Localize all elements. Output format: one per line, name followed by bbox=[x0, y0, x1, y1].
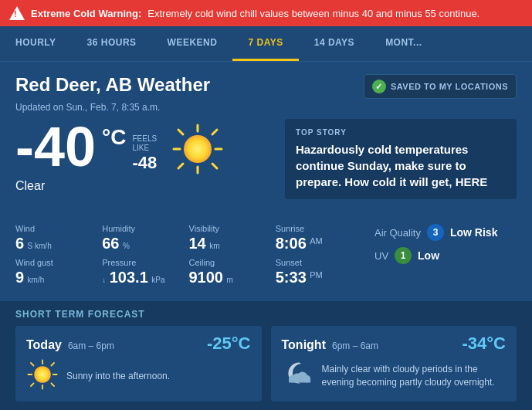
details-grid: Wind 6 S km/h Humidity 66 % Visibility 1… bbox=[15, 221, 362, 289]
temp-row: -40 °C FEELS LIKE -48 bbox=[15, 119, 273, 176]
forecast-tonight: Tonight 6pm – 6am -34°C bbox=[271, 326, 517, 402]
pressure-detail: Pressure ↓ 103.1 kPa bbox=[102, 255, 188, 289]
tonight-temp: -34°C bbox=[463, 334, 506, 354]
svg-rect-22 bbox=[289, 378, 310, 383]
tab-monthly[interactable]: MONT... bbox=[370, 26, 438, 61]
feels-like-label2: LIKE bbox=[132, 144, 157, 153]
tonight-icon bbox=[282, 358, 314, 394]
uv-row: UV 1 Low bbox=[374, 247, 517, 264]
visibility-label: Visibility bbox=[189, 224, 269, 233]
updated-text: Updated on Sun., Feb. 7, 8:35 a.m. bbox=[15, 102, 517, 113]
today-body: Sunny into the afternoon. bbox=[26, 358, 251, 394]
aq-badge: 3 bbox=[427, 224, 444, 241]
weather-main-row: -40 °C FEELS LIKE -48 bbox=[15, 119, 517, 199]
sunset-value: 5:33 PM bbox=[276, 269, 356, 286]
svg-line-15 bbox=[51, 363, 54, 366]
saved-check-icon: ✓ bbox=[372, 80, 386, 93]
forecast-cards: Today 6am – 6pm -25°C bbox=[15, 326, 517, 402]
ceiling-value: 9100 m bbox=[189, 269, 269, 286]
svg-line-14 bbox=[51, 383, 54, 386]
tonight-body: Mainly clear with cloudy periods in the … bbox=[282, 358, 507, 394]
sunrise-value: 8:06 AM bbox=[276, 235, 356, 252]
details-section: Wind 6 S km/h Humidity 66 % Visibility 1… bbox=[0, 218, 532, 301]
main-content: Red Deer, AB Weather ✓ SAVED TO MY LOCAT… bbox=[0, 62, 532, 218]
today-temp: -25°C bbox=[207, 334, 250, 354]
sunrise-label: Sunrise bbox=[276, 224, 356, 233]
svg-line-7 bbox=[178, 164, 183, 168]
temp-unit: °C bbox=[102, 125, 126, 150]
humidity-detail: Humidity 66 % bbox=[102, 221, 188, 255]
warning-banner: Extreme Cold Warning: Extremely cold win… bbox=[0, 0, 532, 26]
uv-label: UV bbox=[374, 250, 388, 262]
forecast-today: Today 6am – 6pm -25°C bbox=[15, 326, 262, 402]
svg-line-13 bbox=[31, 363, 34, 366]
today-desc: Sunny into the afternoon. bbox=[66, 370, 251, 383]
top-story-label: TOP STORY bbox=[296, 128, 506, 137]
tonight-moon-icon bbox=[282, 358, 314, 391]
today-sun-icon bbox=[26, 358, 59, 391]
sunset-label: Sunset bbox=[276, 258, 356, 267]
today-period: Today bbox=[26, 338, 62, 352]
svg-line-16 bbox=[31, 383, 34, 386]
uv-value: Low bbox=[418, 249, 439, 262]
warning-message: Extremely cold wind chill values between… bbox=[147, 8, 479, 19]
wind-detail: Wind 6 S km/h bbox=[15, 221, 102, 255]
tonight-desc: Mainly clear with cloudy periods in the … bbox=[322, 363, 507, 389]
tab-hourly[interactable]: HOURLY bbox=[0, 26, 72, 61]
warning-icon bbox=[9, 6, 25, 20]
tonight-period: Tonight bbox=[282, 338, 326, 352]
tonight-time: 6pm – 6am bbox=[332, 341, 378, 351]
warning-title: Extreme Cold Warning: bbox=[31, 8, 141, 19]
wind-label: Wind bbox=[15, 224, 96, 233]
tab-7days[interactable]: 7 DAYS bbox=[232, 26, 298, 61]
humidity-value: 66 % bbox=[102, 235, 182, 252]
ceiling-detail: Ceiling 9100 m bbox=[189, 255, 276, 289]
top-story-text: Hazardously cold temperatures continue S… bbox=[296, 141, 506, 190]
wind-value: 6 S km/h bbox=[15, 235, 96, 252]
tonight-header: Tonight 6pm – 6am -34°C bbox=[282, 334, 507, 354]
weather-left: -40 °C FEELS LIKE -48 bbox=[15, 119, 273, 199]
air-quality-section: Air Quality 3 Low Risk UV 1 Low bbox=[362, 221, 517, 292]
forecast-header: SHORT TERM FORECAST bbox=[15, 309, 517, 320]
pressure-value: ↓ 103.1 kPa bbox=[102, 269, 182, 286]
city-title: Red Deer, AB Weather bbox=[15, 74, 210, 96]
aq-value: Low Risk bbox=[450, 226, 497, 239]
svg-line-4 bbox=[178, 130, 183, 134]
saved-label: SAVED TO MY LOCATIONS bbox=[391, 82, 508, 91]
today-icon bbox=[26, 358, 59, 394]
tab-14days[interactable]: 14 DAYS bbox=[299, 26, 370, 61]
condition-text: Clear bbox=[15, 179, 273, 193]
forecast-section: SHORT TERM FORECAST Today 6am – 6pm -25°… bbox=[0, 301, 532, 409]
wind-gust-detail: Wind gust 9 km/h bbox=[15, 255, 102, 289]
feels-like-label: FEELS bbox=[132, 134, 157, 144]
svg-line-5 bbox=[212, 164, 217, 168]
feels-like-temp: -48 bbox=[132, 153, 157, 173]
tab-weekend[interactable]: WEEKEND bbox=[152, 26, 233, 61]
uv-badge: 1 bbox=[395, 247, 412, 264]
svg-line-6 bbox=[212, 130, 217, 134]
humidity-label: Humidity bbox=[102, 224, 182, 233]
saved-badge[interactable]: ✓ SAVED TO MY LOCATIONS bbox=[364, 74, 517, 99]
top-story[interactable]: TOP STORY Hazardously cold temperatures … bbox=[285, 119, 517, 199]
details-left: Wind 6 S km/h Humidity 66 % Visibility 1… bbox=[15, 221, 362, 292]
tab-36hours[interactable]: 36 HOURS bbox=[72, 26, 152, 61]
svg-point-17 bbox=[34, 366, 51, 383]
svg-point-8 bbox=[184, 135, 212, 163]
ceiling-label: Ceiling bbox=[189, 258, 269, 267]
feels-like-block: FEELS LIKE -48 bbox=[132, 134, 157, 173]
nav-tabs: HOURLY 36 HOURS WEEKEND 7 DAYS 14 DAYS M… bbox=[0, 26, 532, 62]
wind-gust-label: Wind gust bbox=[15, 258, 96, 267]
visibility-detail: Visibility 14 km bbox=[189, 221, 276, 255]
visibility-value: 14 km bbox=[189, 235, 269, 252]
today-header: Today 6am – 6pm -25°C bbox=[26, 334, 251, 354]
aq-label: Air Quality bbox=[374, 227, 421, 239]
sun-icon bbox=[171, 122, 225, 176]
header-row: Red Deer, AB Weather ✓ SAVED TO MY LOCAT… bbox=[15, 74, 517, 99]
wind-gust-value: 9 km/h bbox=[15, 269, 96, 286]
pressure-label: Pressure bbox=[102, 258, 182, 267]
current-temp: -40 bbox=[15, 119, 96, 175]
aq-row: Air Quality 3 Low Risk bbox=[374, 224, 517, 241]
sunrise-detail: Sunrise 8:06 AM bbox=[276, 221, 362, 255]
sunset-detail: Sunset 5:33 PM bbox=[276, 255, 362, 289]
today-time: 6am – 6pm bbox=[68, 341, 114, 351]
